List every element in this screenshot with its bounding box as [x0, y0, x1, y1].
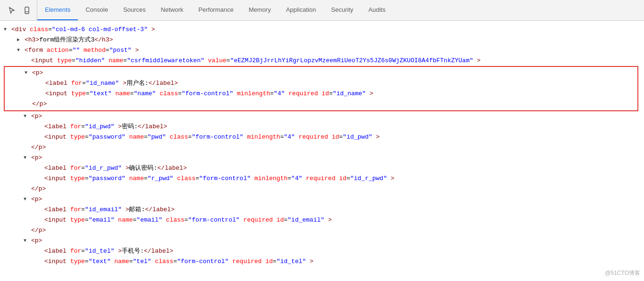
code-line: <label for="id_tel" >手机号:</label>	[0, 246, 644, 256]
highlighted-line: </p>	[5, 99, 637, 109]
code-text: <p>	[31, 68, 43, 78]
tab-sources[interactable]: Sources	[116, 0, 153, 20]
tab-network[interactable]: Network	[153, 0, 191, 20]
code-line: ▼ <form action="" method="post" >	[0, 45, 644, 56]
code-line: ▼ <p>	[0, 194, 644, 205]
tab-audits[interactable]: Audits	[361, 0, 393, 20]
code-line: <label for="id_r_pwd" >确认密码:</label>	[0, 163, 644, 174]
code-text: <p>	[30, 236, 42, 246]
code-text: </p>	[30, 143, 46, 152]
code-text: </p>	[30, 226, 46, 235]
collapse-arrow[interactable]: ▼	[24, 153, 30, 163]
collapse-arrow[interactable]: ▼	[4, 25, 10, 34]
collapse-arrow[interactable]: ▼	[17, 46, 24, 55]
collapse-arrow[interactable]: ▶	[17, 35, 24, 45]
code-text: <input type="hidden" name="csrfmiddlewar…	[30, 56, 481, 66]
code-line: <input type="password" name="r_pwd" clas…	[0, 174, 644, 184]
tab-list: Elements Console Sources Network Perform…	[37, 0, 642, 20]
highlighted-line: ▼ <p>	[5, 68, 637, 78]
code-text: <h3>form组件渲染方式3</h3>	[24, 35, 113, 45]
mobile-icon[interactable]	[21, 4, 33, 17]
tab-application[interactable]: Application	[279, 0, 324, 20]
code-line: </p>	[0, 225, 644, 236]
code-text: <input type="email" name="email" class="…	[43, 215, 332, 225]
code-text: <label for="id_email" >邮箱:</label>	[43, 205, 175, 215]
highlighted-line: <input type="text" name="name" class="fo…	[5, 89, 637, 99]
collapse-arrow[interactable]: ▼	[25, 68, 31, 78]
code-line: <label for="id_email" >邮箱:</label>	[0, 205, 644, 215]
code-line: <input type="password" name="pwd" class=…	[0, 132, 644, 142]
code-line: <input type="email" name="email" class="…	[0, 215, 644, 225]
code-text: <label for="id_name" >用户名:</label>	[44, 79, 178, 88]
code-line: </p>	[0, 184, 644, 194]
tab-memory[interactable]: Memory	[241, 0, 279, 20]
svg-rect-0	[25, 7, 29, 14]
code-line: <label for="id_pwd" >密码:</label>	[0, 122, 644, 132]
code-text: <input type="text" name="tel" class="for…	[43, 257, 314, 266]
code-line: </p>	[0, 142, 644, 153]
tab-security[interactable]: Security	[323, 0, 361, 20]
code-text: <label for="id_tel" >手机号:</label>	[43, 247, 173, 256]
code-text: <form action="" method="post" >	[24, 46, 139, 55]
code-text: <input type="password" name="r_pwd" clas…	[43, 174, 394, 183]
cursor-icon[interactable]	[6, 4, 18, 17]
code-text: </p>	[31, 99, 47, 109]
toolbar-icons	[2, 0, 37, 20]
code-line: ▼ <p>	[0, 111, 644, 122]
tab-console[interactable]: Console	[78, 0, 116, 20]
collapse-arrow[interactable]: ▼	[24, 195, 30, 204]
code-text: <p>	[30, 195, 42, 204]
tab-performance[interactable]: Performance	[191, 0, 241, 20]
code-line: <input type="hidden" name="csrfmiddlewar…	[0, 56, 644, 66]
code-line: ▼ <p>	[0, 153, 644, 163]
code-line: ▼ <div class="col-md-6 col-md-offset-3" …	[0, 25, 644, 35]
code-text: <p>	[30, 112, 42, 121]
highlighted-block: ▼ <p> <label for="id_name" >用户名:</label>	[4, 66, 638, 111]
watermark: @51CTO博客	[605, 269, 640, 277]
code-text: </p>	[30, 184, 46, 194]
tab-elements[interactable]: Elements	[37, 0, 78, 20]
devtools-toolbar: Elements Console Sources Network Perform…	[0, 0, 644, 21]
elements-panel: ▼ <div class="col-md-6 col-md-offset-3" …	[0, 21, 644, 281]
highlighted-line: <label for="id_name" >用户名:</label>	[5, 78, 637, 89]
code-line: <input type="text" name="tel" class="for…	[0, 256, 644, 267]
code-text: <label for="id_pwd" >密码:</label>	[43, 122, 167, 132]
code-text: <p>	[30, 153, 42, 163]
code-text: <div class="col-md-6 col-md-offset-3" >	[10, 25, 155, 34]
code-line: ▼ <p>	[0, 236, 644, 246]
code-line: ▶ <h3>form组件渲染方式3</h3>	[0, 35, 644, 45]
collapse-arrow[interactable]: ▼	[24, 112, 30, 121]
code-text: <input type="password" name="pwd" class=…	[43, 132, 380, 142]
code-text: <label for="id_r_pwd" >确认密码:</label>	[43, 164, 187, 173]
collapse-arrow[interactable]: ▼	[24, 236, 30, 246]
code-text: <input type="text" name="name" class="fo…	[44, 89, 373, 99]
